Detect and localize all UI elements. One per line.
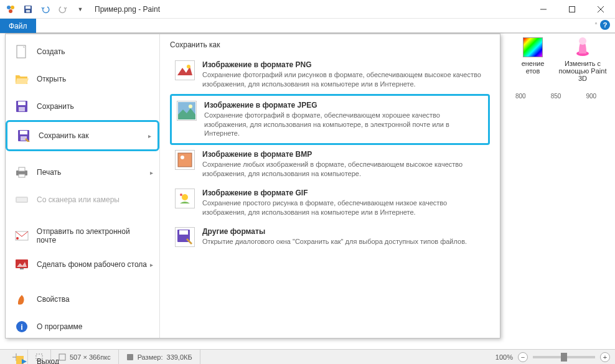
properties-icon: [14, 292, 29, 307]
menu-open[interactable]: Открыть: [6, 65, 159, 93]
quick-access-toolbar: ▼: [0, 2, 87, 16]
sub-title: Изображение в формате JPEG: [204, 101, 483, 110]
zoom-label: 100%: [495, 353, 513, 361]
png-icon: [175, 60, 195, 80]
file-menu-list: Создать Открыть Сохранить Сохранить как …: [6, 34, 160, 338]
menu-label: Свойства: [37, 295, 70, 304]
svg-point-40: [180, 194, 182, 196]
ribbon-paint3d[interactable]: Изменить с помощью Paint 3D: [558, 37, 608, 87]
svg-point-2: [9, 9, 12, 13]
desktop-bg-icon: [14, 257, 29, 272]
menu-save[interactable]: Сохранить: [6, 93, 159, 120]
sub-title: Другие форматы: [202, 227, 485, 236]
menu-label: Сделать фоном рабочего стола: [37, 260, 147, 269]
save-as-icon: [16, 128, 31, 143]
sub-desc: Открытие диалогового окна "Сохранить как…: [202, 237, 485, 246]
ribbon-edit-colors[interactable]: енение етов: [508, 37, 558, 87]
menu-label: Со сканера или камеры: [37, 195, 120, 204]
menu-label: Печать: [37, 168, 61, 177]
saveas-jpeg[interactable]: Изображение в формате JPEG Сохранение фо…: [170, 94, 490, 146]
svg-rect-36: [178, 153, 192, 167]
scanner-icon: [14, 192, 29, 207]
close-button[interactable]: [586, 0, 615, 19]
svg-rect-7: [570, 6, 575, 12]
svg-point-25: [16, 237, 19, 240]
menu-about[interactable]: i О программе: [6, 313, 159, 340]
menu-properties[interactable]: Свойства: [6, 286, 159, 313]
sub-title: Изображение в формате PNG: [202, 60, 485, 69]
menu-label: О программе: [37, 322, 82, 331]
qat-dropdown-icon[interactable]: ▼: [73, 2, 87, 16]
titlebar: ▼ Пример.png - Paint: [0, 0, 615, 19]
menu-label: Сохранить: [37, 102, 74, 111]
zoom-in-button[interactable]: +: [600, 352, 610, 362]
svg-text:i: i: [21, 322, 23, 332]
file-menu-panel: Создать Открыть Сохранить Сохранить как …: [5, 34, 500, 338]
menu-label: Отправить по электронной почте: [37, 227, 151, 245]
svg-rect-17: [20, 131, 27, 134]
sub-desc: Сохранение фотографий или рисунков в фор…: [202, 70, 485, 89]
other-formats-icon: [175, 227, 195, 247]
svg-rect-20: [19, 167, 25, 171]
saveas-png[interactable]: Изображение в формате PNG Сохранение фот…: [170, 55, 490, 94]
open-icon: [14, 72, 29, 86]
menu-print[interactable]: Печать ▸: [6, 159, 159, 186]
gif-icon: [175, 189, 195, 208]
zoom-slider[interactable]: [533, 356, 595, 358]
info-icon: i: [14, 319, 29, 334]
svg-point-39: [182, 194, 188, 200]
jpeg-icon: [177, 101, 197, 121]
saveas-gif[interactable]: Изображение в формате GIF Сохранение про…: [170, 184, 490, 222]
redo-icon[interactable]: [56, 2, 70, 16]
palette-icon: [523, 37, 543, 57]
file-tab[interactable]: Файл: [0, 19, 36, 33]
bmp-icon: [175, 150, 195, 170]
window-controls: [529, 0, 615, 19]
menu-label: Открыть: [37, 75, 66, 83]
svg-rect-31: [176, 62, 194, 79]
svg-rect-21: [19, 174, 25, 177]
svg-rect-27: [20, 268, 24, 269]
collapse-ribbon-icon[interactable]: ˄: [594, 22, 598, 29]
save-icon: [14, 99, 29, 114]
svg-rect-4: [26, 6, 31, 9]
menu-save-as[interactable]: Сохранить как ▸: [6, 120, 159, 151]
undo-icon[interactable]: [39, 2, 52, 16]
app-icon[interactable]: [4, 2, 17, 16]
svg-point-37: [181, 156, 184, 159]
svg-point-32: [187, 65, 190, 68]
ribbon-tabbar: Файл ˄ ?: [0, 19, 615, 34]
maximize-button[interactable]: [558, 0, 586, 19]
save-icon[interactable]: [21, 2, 35, 16]
svg-point-1: [11, 6, 14, 9]
zoom-out-button[interactable]: −: [518, 352, 528, 362]
menu-new[interactable]: Создать: [6, 38, 159, 65]
menu-label: Создать: [37, 47, 65, 56]
ruler: 800850900: [491, 90, 615, 101]
svg-point-0: [7, 6, 11, 9]
chevron-right-icon: ▸: [150, 169, 153, 176]
saveas-other[interactable]: Другие форматы Открытие диалогового окна…: [170, 222, 490, 252]
sub-title: Изображение в формате BMP: [202, 150, 485, 159]
minimize-button[interactable]: [529, 0, 558, 19]
new-icon: [14, 44, 29, 59]
menu-email[interactable]: Отправить по электронной почте: [6, 221, 159, 251]
svg-rect-14: [18, 101, 26, 105]
help-icon[interactable]: ?: [600, 20, 610, 30]
window-title: Пример.png - Paint: [95, 5, 160, 14]
menu-scanner: Со сканера или камеры: [6, 186, 159, 213]
sub-title: Изображение в формате GIF: [202, 189, 485, 197]
sub-desc: Сохранение простого рисунка в формате, о…: [202, 198, 485, 217]
svg-point-11: [579, 37, 586, 45]
menu-exit[interactable]: Выход: [6, 348, 159, 364]
paint3d-icon: [573, 37, 593, 57]
menu-label: Сохранить как: [39, 131, 88, 140]
email-icon: [14, 228, 29, 243]
saveas-bmp[interactable]: Изображение в формате BMP Сохранение люб…: [170, 145, 490, 184]
svg-rect-15: [19, 107, 25, 111]
submenu-title: Сохранить как: [170, 40, 490, 49]
menu-desktop-bg[interactable]: Сделать фоном рабочего стола ▸: [6, 251, 159, 278]
svg-rect-5: [26, 10, 30, 12]
sub-desc: Сохранение любых изображений в формате, …: [202, 160, 485, 179]
chevron-right-icon: ▸: [148, 133, 151, 139]
